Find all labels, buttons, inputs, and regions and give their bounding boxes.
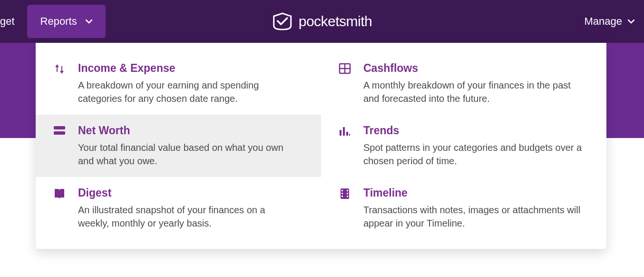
nav-left: get Reports [0, 0, 109, 43]
svg-rect-14 [347, 193, 348, 194]
menu-item-trends[interactable]: Trends Spot patterns in your categories … [321, 115, 606, 177]
menu-title: Trends [363, 124, 592, 137]
menu-description: Spot patterns in your categories and bud… [363, 141, 582, 168]
film-icon [338, 187, 352, 230]
chevron-down-icon [86, 20, 92, 24]
svg-rect-11 [342, 193, 343, 194]
svg-rect-7 [346, 132, 348, 136]
logo-text: pocketsmith [299, 13, 372, 30]
menu-item-cashflows[interactable]: Cashflows A monthly breakdown of your fi… [321, 52, 606, 115]
svg-rect-12 [342, 196, 343, 197]
menu-content: Net Worth Your total financial value bas… [78, 124, 307, 168]
menu-description: Transactions with notes, images or attac… [363, 203, 582, 230]
svg-rect-10 [342, 190, 343, 191]
menu-item-net-worth[interactable]: Net Worth Your total financial value bas… [36, 115, 321, 177]
menu-content: Digest An illustrated snapshot of your f… [78, 187, 307, 230]
nav-item-label: Reports [40, 15, 77, 28]
nav-item-manage[interactable]: Manage [575, 0, 644, 43]
menu-content: Timeline Transactions with notes, images… [363, 187, 592, 230]
menu-description: Your total financial value based on what… [78, 141, 297, 168]
pocketsmith-logo-icon [272, 12, 293, 30]
header-bar: get Reports pocketsmith Manage [0, 0, 644, 43]
nav-item-label: get [0, 15, 15, 28]
svg-rect-6 [343, 127, 345, 136]
svg-rect-3 [54, 126, 65, 129]
menu-item-income-expense[interactable]: Income & Expense A breakdown of your ear… [36, 52, 321, 115]
nav-right: Manage [575, 0, 644, 43]
stacked-bars-icon [52, 124, 67, 168]
logo[interactable]: pocketsmith [272, 12, 372, 30]
menu-description: A monthly breakdown of your finances in … [363, 79, 582, 105]
menu-description: An illustrated snapshot of your finances… [78, 203, 297, 230]
chevron-down-icon [628, 20, 634, 24]
reports-dropdown-panel: Income & Expense A breakdown of your ear… [36, 43, 606, 249]
magazine-icon [52, 187, 67, 230]
menu-title: Net Worth [78, 124, 307, 137]
menu-content: Cashflows A monthly breakdown of your fi… [363, 62, 592, 105]
menu-description: A breakdown of your earning and spending… [78, 79, 297, 105]
menu-content: Income & Expense A breakdown of your ear… [78, 62, 307, 105]
nav-item-budget[interactable]: get [0, 0, 23, 43]
menu-title: Income & Expense [78, 62, 307, 75]
nav-item-label: Manage [584, 15, 622, 28]
menu-content: Trends Spot patterns in your categories … [363, 124, 592, 168]
nav-item-reports[interactable]: Reports [27, 5, 106, 38]
svg-rect-4 [54, 131, 65, 135]
grid-icon [338, 62, 352, 105]
arrows-up-down-icon [52, 62, 67, 105]
svg-rect-13 [347, 190, 348, 191]
menu-item-timeline[interactable]: Timeline Transactions with notes, images… [321, 177, 606, 239]
menu-title: Digest [78, 187, 307, 199]
svg-rect-5 [340, 130, 342, 136]
menu-title: Cashflows [363, 62, 592, 75]
menu-item-digest[interactable]: Digest An illustrated snapshot of your f… [36, 177, 321, 239]
bar-chart-icon [338, 124, 352, 168]
menu-title: Timeline [363, 187, 592, 199]
svg-rect-15 [347, 196, 348, 197]
svg-rect-8 [349, 134, 350, 136]
